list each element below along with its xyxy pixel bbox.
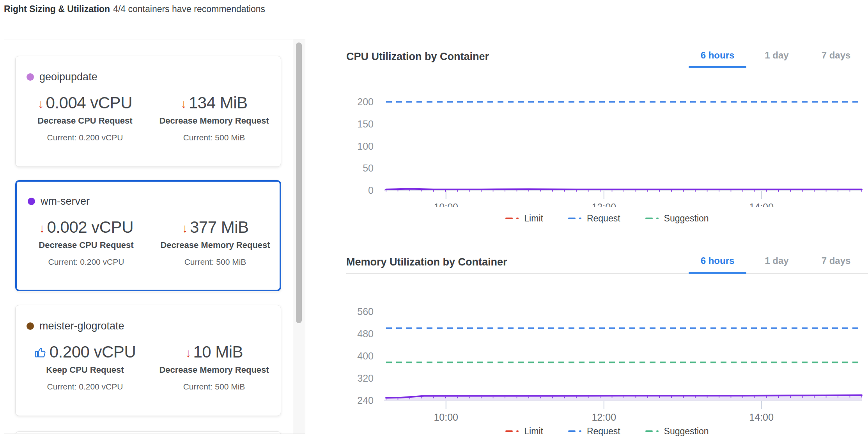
suggestion-dot-swatch	[656, 430, 659, 432]
memory-current-value: Current: 500 MiB	[155, 257, 276, 267]
memory-time-range-tabs: 6 hours 1 day 7 days	[688, 255, 866, 273]
svg-text:320: 320	[357, 373, 374, 384]
suggestion-dash-swatch	[645, 430, 653, 432]
request-dash-swatch	[568, 430, 576, 432]
svg-text:150: 150	[357, 119, 374, 129]
container-color-dot	[28, 198, 35, 205]
arrow-down-icon: ↓	[182, 222, 188, 234]
arrow-down-icon: ↓	[181, 98, 187, 110]
memory-recommended-value: 377 MiB	[190, 219, 249, 235]
cpu-recommended-value: 0.200 vCPU	[50, 344, 136, 360]
memory-action-label: Decrease Memory Request	[154, 116, 275, 126]
container-name: geoipupdate	[39, 71, 97, 83]
limit-dash-swatch	[505, 218, 513, 219]
container-card-wm-server[interactable]: wm-server ↓ 0.002 vCPU Decrease CPU Requ…	[15, 180, 281, 291]
memory-current-value: Current: 500 MiB	[154, 382, 275, 391]
cpu-chart-title: CPU Utilization by Container	[346, 51, 489, 63]
svg-text:100: 100	[357, 141, 374, 152]
cpu-recommendation: ↓ 0.002 vCPU Decrease CPU Request Curren…	[28, 219, 145, 267]
svg-text:10:00: 10:00	[434, 202, 458, 207]
cpu-chart-legend: Limit Request Suggestion	[346, 212, 868, 224]
page-title-text: Right Sizing & Utilization	[4, 4, 110, 14]
svg-text:0: 0	[368, 185, 374, 196]
tab-6-hours[interactable]: 6 hours	[688, 255, 747, 273]
cpu-current-value: Current: 0.200 vCPU	[27, 382, 143, 391]
memory-recommendation: ↓ 10 MiB Decrease Memory Request Current…	[154, 344, 275, 391]
memory-chart-legend: Limit Request Suggestion	[346, 425, 868, 437]
cpu-utilization-section: CPU Utilization by Container 6 hours 1 d…	[346, 50, 868, 224]
memory-recommendation: ↓ 377 MiB Decrease Memory Request Curren…	[155, 219, 276, 267]
container-list-panel: geoipupdate ↓ 0.004 vCPU Decrease CPU Re…	[4, 39, 305, 434]
legend-item-request[interactable]: Request	[568, 213, 620, 224]
request-dot-swatch	[579, 430, 581, 432]
legend-item-request[interactable]: Request	[568, 426, 620, 437]
request-dot-swatch	[579, 218, 581, 219]
container-card-meister-glogrotate[interactable]: meister-glogrotate 0.200 vCPU Keep CPU R…	[15, 305, 281, 416]
suggestion-dot-swatch	[656, 218, 659, 219]
cpu-utilization-chart: 05010015020010:0012:0014:00	[346, 78, 868, 207]
request-dash-swatch	[568, 218, 576, 219]
memory-current-value: Current: 500 MiB	[154, 133, 275, 142]
cpu-recommendation: ↓ 0.004 vCPU Decrease CPU Request Curren…	[27, 95, 143, 142]
cpu-action-label: Decrease CPU Request	[27, 116, 143, 126]
memory-utilization-chart: 24032040048056010:0012:0014:00	[346, 285, 868, 422]
svg-text:240: 240	[357, 395, 374, 406]
legend-item-suggestion[interactable]: Suggestion	[645, 426, 709, 437]
legend-item-limit[interactable]: Limit	[505, 213, 543, 224]
arrow-down-icon: ↓	[39, 222, 45, 234]
svg-text:10:00: 10:00	[434, 412, 458, 422]
container-name: wm-server	[41, 195, 90, 207]
container-card-partial[interactable]	[15, 431, 281, 434]
limit-dot-swatch	[516, 430, 519, 432]
memory-action-label: Decrease Memory Request	[155, 240, 276, 250]
cpu-current-value: Current: 0.200 vCPU	[27, 133, 143, 142]
container-color-dot	[27, 322, 34, 330]
cpu-action-label: Decrease CPU Request	[28, 240, 145, 250]
tab-1-day[interactable]: 1 day	[747, 255, 806, 273]
svg-text:14:00: 14:00	[749, 202, 774, 207]
thumbs-up-icon	[34, 346, 47, 359]
memory-recommended-value: 134 MiB	[189, 95, 248, 111]
tab-7-days[interactable]: 7 days	[806, 50, 866, 68]
svg-text:12:00: 12:00	[592, 412, 616, 422]
container-color-dot	[27, 73, 34, 81]
limit-dash-swatch	[505, 430, 513, 432]
scrollbar-thumb[interactable]	[296, 42, 302, 323]
legend-item-suggestion[interactable]: Suggestion	[645, 213, 709, 224]
suggestion-dash-swatch	[645, 218, 653, 219]
cpu-recommendation: 0.200 vCPU Keep CPU Request Current: 0.2…	[27, 344, 143, 391]
memory-chart-title: Memory Utilization by Container	[346, 256, 507, 268]
tab-1-day[interactable]: 1 day	[747, 50, 806, 68]
legend-item-limit[interactable]: Limit	[505, 426, 543, 437]
svg-text:200: 200	[357, 96, 374, 107]
memory-recommendation: ↓ 134 MiB Decrease Memory Request Curren…	[154, 95, 275, 142]
svg-text:560: 560	[357, 306, 374, 317]
tab-6-hours[interactable]: 6 hours	[688, 50, 747, 68]
cpu-recommended-value: 0.004 vCPU	[46, 95, 132, 111]
memory-recommended-value: 10 MiB	[193, 344, 243, 360]
page-title: Right Sizing & Utilization4/4 containers…	[4, 4, 265, 14]
cpu-recommended-value: 0.002 vCPU	[47, 219, 133, 235]
tab-7-days[interactable]: 7 days	[806, 255, 866, 273]
page-subtitle: 4/4 containers have recommendations	[113, 4, 265, 14]
memory-action-label: Decrease Memory Request	[154, 365, 275, 375]
svg-text:14:00: 14:00	[749, 412, 774, 422]
arrow-down-icon: ↓	[185, 347, 191, 359]
scrollbar-track[interactable]	[293, 39, 305, 434]
container-name: meister-glogrotate	[39, 320, 124, 332]
svg-text:12:00: 12:00	[592, 202, 616, 207]
cpu-time-range-tabs: 6 hours 1 day 7 days	[688, 50, 866, 68]
svg-text:400: 400	[357, 350, 374, 361]
container-card-geoipupdate[interactable]: geoipupdate ↓ 0.004 vCPU Decrease CPU Re…	[15, 56, 281, 167]
cpu-action-label: Keep CPU Request	[27, 365, 143, 375]
svg-text:480: 480	[357, 328, 374, 339]
limit-dot-swatch	[516, 218, 519, 219]
svg-text:50: 50	[363, 163, 374, 173]
cpu-current-value: Current: 0.200 vCPU	[28, 257, 145, 267]
memory-utilization-section: Memory Utilization by Container 6 hours …	[346, 255, 868, 437]
arrow-down-icon: ↓	[38, 98, 44, 110]
